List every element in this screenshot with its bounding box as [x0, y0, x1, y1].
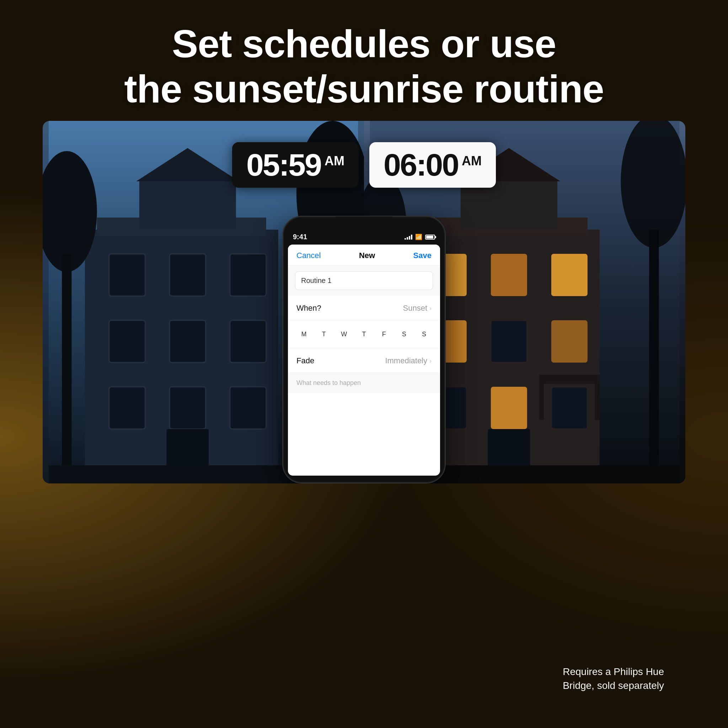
fade-row[interactable]: Fade Immediately › [288, 349, 440, 373]
when-row[interactable]: When? Sunset › [288, 297, 440, 320]
status-time: 9:41 [293, 233, 307, 241]
svg-rect-7 [230, 254, 266, 296]
save-button[interactable]: Save [413, 251, 431, 260]
svg-rect-42 [649, 229, 659, 483]
when-section: When? Sunset › [288, 297, 440, 320]
when-chevron: › [430, 304, 431, 312]
svg-rect-12 [170, 387, 206, 429]
wifi-icon: 📶 [415, 234, 422, 240]
phone-mockup: 9:41 📶 Cancel New S [282, 216, 446, 483]
svg-rect-13 [230, 387, 266, 429]
time-light-ampm: AM [462, 154, 482, 168]
header: Set schedules or use the sunset/sunrise … [0, 0, 728, 111]
phone-screen: Cancel New Save When? Sunset › [288, 245, 440, 476]
bottom-label: What needs to happen [297, 379, 361, 386]
svg-rect-10 [230, 320, 266, 362]
svg-rect-29 [491, 320, 527, 362]
svg-rect-5 [109, 254, 145, 296]
fade-chevron: › [430, 357, 431, 365]
time-badge-dark: 05:59 AM [232, 142, 359, 188]
day-thursday[interactable]: T [356, 327, 372, 342]
headline-line2: the sunset/sunrise routine [124, 67, 604, 110]
phone-notch [336, 217, 392, 228]
time-badges: 05:59 AM 06:00 AM [43, 142, 685, 188]
time-dark-value: 05:59 [246, 149, 321, 180]
svg-rect-35 [539, 375, 600, 384]
routine-name-container[interactable] [288, 266, 440, 296]
signal-icon [405, 235, 412, 240]
time-light-value: 06:00 [384, 149, 458, 180]
phone-frame: 9:41 📶 Cancel New S [282, 216, 446, 483]
disclaimer-text: Requires a Philips HueBridge, sold separ… [563, 665, 664, 693]
svg-rect-36 [539, 384, 544, 420]
fade-value: Immediately › [385, 356, 431, 366]
day-friday[interactable]: F [376, 327, 392, 342]
bottom-section: What needs to happen [288, 373, 440, 393]
svg-rect-23 [461, 181, 557, 229]
when-value: Sunset › [403, 304, 432, 313]
cancel-button[interactable]: Cancel [297, 251, 321, 260]
svg-rect-32 [491, 387, 527, 429]
day-wednesday[interactable]: W [336, 327, 352, 342]
day-tuesday[interactable]: T [317, 327, 331, 342]
svg-rect-33 [551, 387, 587, 429]
battery-icon [425, 235, 435, 240]
photo-container: 05:59 AM 06:00 AM 9:41 📶 [43, 121, 685, 483]
disclaimer: Requires a Philips HueBridge, sold separ… [563, 665, 664, 693]
when-label: When? [297, 304, 321, 313]
nav-bar[interactable]: Cancel New Save [288, 245, 440, 266]
svg-rect-26 [491, 254, 527, 296]
fade-section: Fade Immediately › [288, 349, 440, 373]
days-row[interactable]: M T W T F S S [288, 320, 440, 348]
svg-rect-3 [139, 181, 236, 229]
headline-line1: Set schedules or use [172, 22, 556, 66]
routine-name-input[interactable] [295, 271, 433, 290]
svg-rect-8 [109, 320, 145, 362]
svg-rect-6 [170, 254, 206, 296]
status-icons: 📶 [405, 234, 435, 240]
svg-rect-27 [551, 254, 587, 296]
svg-rect-16 [62, 254, 72, 483]
svg-rect-11 [109, 387, 145, 429]
day-sunday[interactable]: S [417, 327, 431, 342]
page-title: New [359, 251, 375, 260]
headline: Set schedules or use the sunset/sunrise … [0, 21, 728, 111]
status-bar: 9:41 📶 [283, 228, 445, 241]
time-dark-ampm: AM [324, 154, 344, 168]
svg-rect-9 [170, 320, 206, 362]
fade-label: Fade [297, 356, 314, 366]
time-badge-light: 06:00 AM [369, 142, 496, 188]
svg-rect-37 [595, 384, 600, 420]
svg-rect-30 [551, 320, 587, 362]
day-monday[interactable]: M [297, 327, 311, 342]
day-saturday[interactable]: S [397, 327, 411, 342]
